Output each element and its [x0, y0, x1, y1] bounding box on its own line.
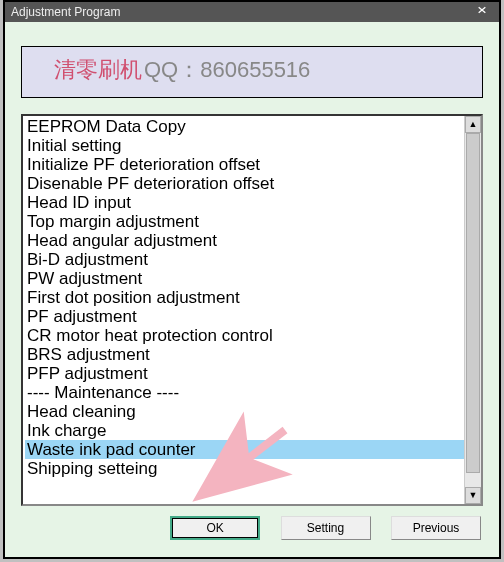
button-row: OK Setting Previous [17, 506, 487, 540]
list-item[interactable]: PF adjustment [25, 307, 479, 326]
window-title: Adjustment Program [11, 5, 120, 19]
list-item[interactable]: CR motor heat protection control [25, 326, 479, 345]
list-item[interactable]: Initial setting [25, 136, 479, 155]
list-item[interactable]: PW adjustment [25, 269, 479, 288]
close-icon [475, 2, 489, 14]
scroll-thumb[interactable] [466, 133, 480, 473]
list-item[interactable]: Initialize PF deterioration offset [25, 155, 479, 174]
titlebar: Adjustment Program [5, 2, 499, 22]
banner-part1: 清零刷机 [54, 57, 142, 82]
list-item[interactable]: PFP adjustment [25, 364, 479, 383]
banner-part2: QQ：860655516 [144, 57, 310, 82]
list-item[interactable]: Top margin adjustment [25, 212, 479, 231]
ok-button[interactable]: OK [170, 516, 260, 540]
list-item[interactable]: ---- Maintenance ---- [25, 383, 479, 402]
scroll-up-button[interactable]: ▲ [465, 116, 481, 133]
list-item[interactable]: Head ID input [25, 193, 479, 212]
list-item[interactable]: Disenable PF deterioration offset [25, 174, 479, 193]
banner: 清零刷机QQ：860655516 [21, 46, 483, 98]
scroll-down-button[interactable]: ▼ [465, 487, 481, 504]
content-area: 清零刷机QQ：860655516 EEPROM Data CopyInitial… [5, 22, 499, 552]
list-item[interactable]: Shipping setteing [25, 459, 479, 478]
previous-button[interactable]: Previous [391, 516, 481, 540]
list-item[interactable]: EEPROM Data Copy [25, 117, 479, 136]
adjustment-listbox[interactable]: EEPROM Data CopyInitial settingInitializ… [21, 114, 483, 506]
list-item[interactable]: Head cleaning [25, 402, 479, 421]
banner-text: 清零刷机QQ：860655516 [54, 57, 310, 82]
scrollbar[interactable]: ▲ ▼ [464, 116, 481, 504]
list-item[interactable]: BRS adjustment [25, 345, 479, 364]
close-button[interactable] [465, 2, 499, 22]
list-item[interactable]: Ink charge [25, 421, 479, 440]
list-item[interactable]: Head angular adjustment [25, 231, 479, 250]
list-item[interactable]: Bi-D adjustment [25, 250, 479, 269]
setting-button[interactable]: Setting [281, 516, 371, 540]
list-item[interactable]: Waste ink pad counter [25, 440, 479, 459]
list-item[interactable]: First dot position adjustment [25, 288, 479, 307]
window: Adjustment Program 清零刷机QQ：860655516 EEPR… [3, 0, 501, 559]
